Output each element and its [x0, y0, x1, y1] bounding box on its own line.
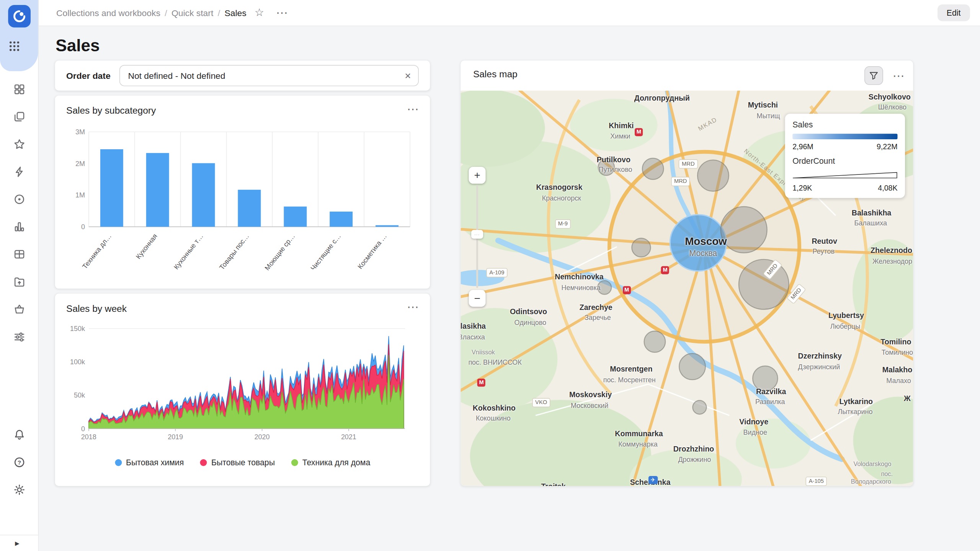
map-bubble[interactable]	[693, 401, 706, 414]
legend-dot	[200, 459, 207, 466]
bar[interactable]	[146, 153, 169, 227]
sales-min-value: 2,96M	[792, 142, 813, 151]
svg-text:?: ?	[18, 459, 21, 466]
sales-by-subcategory-card: Sales by subcategory ⋯ 01M2M3MТехника дл…	[55, 96, 430, 289]
map-bubble[interactable]	[598, 280, 611, 294]
sidebar-item-connections[interactable]	[8, 161, 31, 183]
settings-gear-icon[interactable]	[8, 479, 31, 501]
sidebar-item-params[interactable]	[8, 326, 31, 348]
y-tick-label: 50k	[74, 391, 85, 399]
week-chart-legend: Бытовая химияБытовые товарыТехника для д…	[55, 458, 430, 467]
legend-label: Бытовые товары	[211, 458, 275, 467]
widget-title: Sales by week	[66, 303, 127, 314]
sidebar-item-services[interactable]	[8, 188, 31, 210]
breadcrumb-separator: /	[165, 8, 167, 18]
sidebar-item-datasets[interactable]	[8, 243, 31, 266]
y-tick-label: 2M	[75, 160, 85, 168]
map-bubble[interactable]	[644, 331, 666, 352]
breadcrumb-quick-start[interactable]: Quick start	[172, 8, 213, 18]
date-range-input[interactable]	[127, 70, 399, 81]
ordercount-min-value: 1,29K	[792, 184, 812, 192]
date-range-input-wrap[interactable]: ✕	[119, 65, 419, 86]
map-bubble[interactable]	[632, 238, 650, 257]
legend-ordercount-label: OrderCount	[792, 156, 897, 165]
bar[interactable]	[330, 212, 353, 227]
map-bubble[interactable]	[697, 160, 729, 191]
breadcrumb-collections[interactable]: Collections and workbooks	[56, 8, 160, 18]
sidebar-item-workbooks[interactable]	[8, 106, 31, 128]
sidebar-item-favorites[interactable]	[8, 133, 31, 156]
legend-item[interactable]: Бытовые товары	[200, 458, 275, 467]
clear-filter-icon[interactable]: ✕	[399, 71, 411, 80]
apps-grid-icon[interactable]	[8, 40, 21, 52]
category-label: Техника дл…	[81, 232, 113, 270]
favorite-star-icon[interactable]: ☆	[255, 8, 264, 18]
category-label: Моющие ср…	[263, 232, 297, 272]
x-tick-label: 2019	[168, 433, 183, 441]
legend-dot	[291, 459, 298, 466]
zoom-out-button[interactable]: −	[469, 290, 485, 307]
map-bubble[interactable]	[739, 259, 789, 310]
widget-menu-icon[interactable]: ⋯	[407, 301, 419, 313]
category-label: Кухонные т…	[172, 232, 205, 271]
topbar-more-icon[interactable]: ⋯	[276, 7, 288, 19]
sidebar-item-folder-upload[interactable]	[8, 271, 31, 293]
map-bubble[interactable]	[642, 158, 664, 180]
bar[interactable]	[238, 190, 261, 227]
funnel-icon	[869, 70, 879, 80]
legend-sales-label: Sales	[792, 120, 897, 129]
zoom-slider-handle[interactable]: ∙∙∙	[471, 230, 483, 239]
edit-button[interactable]: Edit	[937, 4, 970, 21]
datalens-logo[interactable]	[8, 5, 31, 28]
x-tick-label: 2021	[341, 433, 356, 441]
y-tick-label: 0	[81, 223, 85, 231]
sidebar-collapse-button[interactable]: ▶	[0, 535, 38, 551]
map-bubble-primary[interactable]	[670, 215, 726, 271]
legend-item[interactable]: Техника для дома	[291, 458, 370, 467]
bar[interactable]	[376, 225, 399, 227]
breadcrumb-current: Sales	[224, 8, 246, 18]
sales-map-card: Sales map ⋯	[461, 60, 913, 486]
widget-menu-icon[interactable]: ⋯	[407, 103, 419, 115]
map-legend: Sales 2,96M 9,22M OrderCount 1,29K 4,08K	[785, 114, 905, 198]
category-label: Товары пос…	[218, 232, 251, 271]
breadcrumb-separator: /	[218, 8, 220, 18]
topbar: Collections and workbooks / Quick start …	[39, 0, 980, 26]
legend-label: Бытовая химия	[126, 458, 184, 467]
zoom-in-button[interactable]: +	[469, 167, 485, 184]
collapse-arrow-icon: ▶	[15, 540, 19, 546]
bar[interactable]	[192, 163, 215, 227]
y-tick-label: 3M	[75, 128, 85, 136]
sidebar-item-marketplace[interactable]	[8, 298, 31, 321]
legend-item[interactable]: Бытовая химия	[115, 458, 184, 467]
notifications-bell-icon[interactable]	[8, 424, 31, 446]
map-bubble[interactable]	[753, 366, 777, 391]
order-date-filter-card: Order date ✕	[55, 60, 430, 90]
sales-by-week-card: Sales by week ⋯ 050k100k150k201820192020…	[55, 293, 430, 486]
map-zoom-control: + ∙∙∙ −	[469, 167, 485, 307]
help-icon[interactable]: ?	[8, 451, 31, 474]
sidebar-item-charts[interactable]	[8, 215, 31, 238]
sidebar-item-collections[interactable]	[8, 78, 31, 101]
map-bubble[interactable]	[679, 354, 706, 380]
y-tick-label: 0	[81, 425, 85, 433]
legend-dot	[115, 459, 122, 466]
sales-gradient-bar	[792, 134, 897, 139]
bar[interactable]	[100, 149, 123, 227]
map-bubble[interactable]	[721, 207, 767, 253]
legend-label: Техника для дома	[302, 458, 370, 467]
category-label: Косметика …	[356, 232, 388, 270]
map-canvas[interactable]: ДолгопрудныйMytischiМытищSchyolkovoШёлко…	[461, 91, 913, 486]
map-filter-button[interactable]	[864, 66, 883, 85]
bar[interactable]	[284, 207, 307, 227]
page-title: Sales	[56, 36, 100, 56]
y-tick-label: 1M	[75, 191, 85, 199]
widget-title: Sales map	[473, 69, 518, 80]
category-label: Чистящие с…	[309, 232, 343, 272]
filter-label: Order date	[66, 70, 111, 80]
widget-menu-icon[interactable]: ⋯	[892, 70, 904, 82]
ordercount-max-value: 4,08K	[878, 184, 897, 192]
category-label: Кухонная	[134, 232, 159, 261]
subcategory-chart: 01M2M3MТехника дл…КухоннаяКухонные т…Тов…	[62, 123, 422, 284]
map-bubble[interactable]	[598, 159, 614, 175]
